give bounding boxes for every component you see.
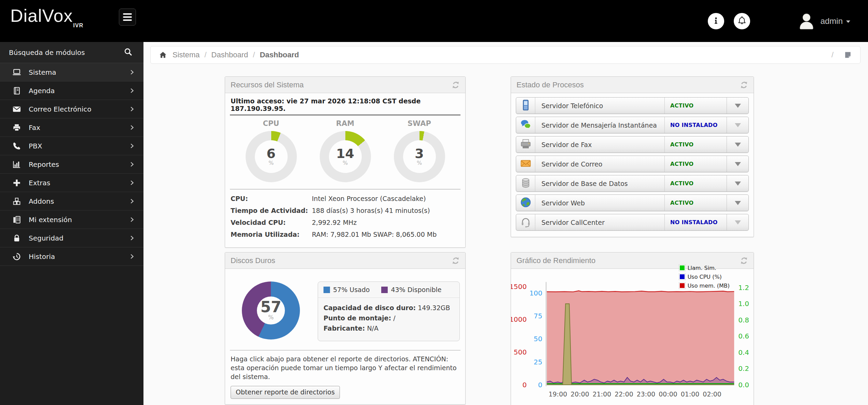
chevron-down-icon (735, 220, 741, 225)
chevron-right-icon (129, 87, 135, 94)
sidebar-item-label: Agenda (29, 87, 129, 95)
disk-detail-value: 149.32GB (418, 304, 450, 312)
process-dropdown-button[interactable] (727, 175, 748, 191)
svg-text:50: 50 (534, 335, 542, 343)
gauge-unit: % (343, 160, 348, 166)
info-label: Memoria Utilizada: (231, 231, 312, 238)
svg-text:75: 75 (534, 312, 542, 320)
process-name: Servidor de Mensajería Instantánea (535, 117, 664, 133)
history-icon (12, 252, 21, 261)
disk-summary: 57 % 57% Usado43% Disponible Capacidad d… (225, 269, 465, 341)
process-dropdown-button[interactable] (727, 156, 748, 172)
process-name: Servidor de Fax (535, 136, 664, 153)
disk-detail-line: Punto de montaje: / (323, 313, 454, 323)
sidebar-item-seguridad[interactable]: Seguridad (0, 229, 143, 247)
search-icon (124, 47, 133, 58)
chevron-right-icon (129, 179, 135, 186)
info-label: Tiempo de Actividad: (231, 207, 312, 214)
sidebar-item-addons[interactable]: Addons (0, 192, 143, 211)
info-label: Velocidad CPU: (231, 219, 312, 226)
refresh-icon[interactable] (452, 257, 460, 265)
process-status: ACTIVO (664, 136, 727, 153)
breadcrumb-item[interactable]: Dashboard (211, 50, 248, 59)
svg-text:0: 0 (538, 381, 542, 389)
info-value: 2,992.92 MHz (312, 219, 357, 226)
gauge-unit: % (268, 160, 274, 166)
system-info-row: Tiempo de Actividad:188 días(s) 3 horas(… (231, 207, 460, 214)
panel-header: Discos Duros (225, 252, 465, 269)
process-dropdown-button[interactable] (727, 98, 748, 114)
home-icon[interactable] (159, 51, 167, 59)
svg-text:1500: 1500 (511, 283, 527, 291)
system-info-row: Memoria Utilizada:RAM: 7,982.01 Mb SWAP:… (231, 231, 460, 238)
gauge-value: 3 (415, 147, 424, 160)
legend-label: 43% Disponible (391, 286, 441, 293)
process-dropdown-button[interactable] (727, 214, 748, 230)
bar-chart-icon (12, 160, 21, 169)
globe-icon (520, 196, 532, 210)
sidebar-menu: SistemaAgendaCorreo ElectrónicoFaxPBXRep… (0, 63, 143, 266)
panel-grafico-de-rendimiento: Gráfico de Rendimiento 05001000150002550… (511, 252, 754, 405)
legend-swatch (323, 287, 330, 293)
chevron-down-icon (735, 123, 741, 127)
svg-text:20:00: 20:00 (570, 390, 589, 398)
notifications-button[interactable] (734, 13, 750, 29)
envelope-icon (12, 105, 21, 114)
sidebar-item-fax[interactable]: Fax (0, 118, 143, 137)
gauge-label: CPU (244, 119, 299, 128)
user-avatar[interactable] (797, 12, 816, 31)
refresh-icon[interactable] (740, 81, 748, 89)
sidebar-item-sistema[interactable]: Sistema (0, 63, 143, 82)
note-icon[interactable] (844, 51, 852, 59)
panel-title: Discos Duros (231, 256, 275, 265)
chart-legend-item: Llam. Sim. (679, 263, 730, 272)
info-icon (711, 15, 721, 27)
module-search[interactable]: Búsqueda de módulos (0, 42, 143, 63)
breadcrumb-item[interactable]: Sistema (173, 50, 199, 59)
process-dropdown-button[interactable] (727, 117, 748, 133)
gauge-ram: RAM14% (318, 119, 373, 182)
sidebar-toggle-button[interactable] (119, 9, 136, 26)
breadcrumb: Sistema / Dashboard / Dashboard / (150, 46, 860, 64)
module-search-label: Búsqueda de módulos (9, 48, 85, 57)
process-icon-cell (516, 214, 535, 230)
gauge-hole: 6% (255, 140, 288, 173)
sidebar-item-correo-electr-nico[interactable]: Correo Electrónico (0, 100, 143, 118)
process-row: Servidor de Base de DatosACTIVO (516, 175, 749, 192)
svg-text:0.0: 0.0 (738, 381, 749, 389)
breadcrumb-current: Dashboard (260, 50, 299, 59)
sidebar-item-label: Addons (29, 197, 129, 205)
main-content: Sistema / Dashboard / Dashboard / Recurs… (143, 42, 868, 405)
sidebar-item-label: Sistema (29, 68, 129, 76)
sidebar-item-agenda[interactable]: Agenda (0, 82, 143, 100)
sidebar-item-pbx[interactable]: PBX (0, 137, 143, 155)
sidebar-item-reportes[interactable]: Reportes (0, 155, 143, 174)
gauge-cpu: CPU6% (244, 119, 299, 182)
sidebar-item-extras[interactable]: Extras (0, 174, 143, 192)
svg-text:19:00: 19:00 (549, 390, 567, 398)
legend-label: Llam. Sim. (688, 265, 716, 271)
info-button[interactable] (708, 13, 724, 29)
disk-detail-value: / (393, 314, 395, 322)
disk-detail-label: Punto de montaje: (323, 314, 391, 322)
process-name: Servidor de Base de Datos (535, 175, 664, 191)
user-menu[interactable]: admin (821, 16, 850, 26)
sidebar-item-mi-extensi-n[interactable]: Mi extensión (0, 211, 143, 229)
process-dropdown-button[interactable] (727, 195, 748, 211)
refresh-icon[interactable] (452, 81, 460, 89)
process-row: Servidor TelefónicoACTIVO (516, 97, 749, 114)
last-access-text: Ultimo acceso: vie 27 mar 2026 12:18:08 … (230, 97, 460, 115)
legend-swatch (679, 283, 685, 289)
sidebar-item-label: Reportes (29, 160, 129, 169)
process-dropdown-button[interactable] (727, 136, 748, 153)
chart-legend: Llam. Sim.Uso CPU (%)Uso mem. (MB) (679, 263, 730, 290)
svg-text:1.0: 1.0 (738, 300, 749, 308)
panel-discos-duros: Discos Duros 57 % 57% Usado43% Disponibl… (225, 252, 466, 405)
get-directory-report-button[interactable]: Obtener reporte de directorios (231, 386, 340, 399)
process-row: Servidor de CorreoACTIVO (516, 156, 749, 172)
sidebar-item-historia[interactable]: Historia (0, 247, 143, 266)
chevron-down-icon (735, 201, 741, 205)
cubes-icon (12, 197, 21, 206)
process-row: Servidor WebACTIVO (516, 194, 749, 211)
refresh-icon[interactable] (740, 257, 748, 265)
